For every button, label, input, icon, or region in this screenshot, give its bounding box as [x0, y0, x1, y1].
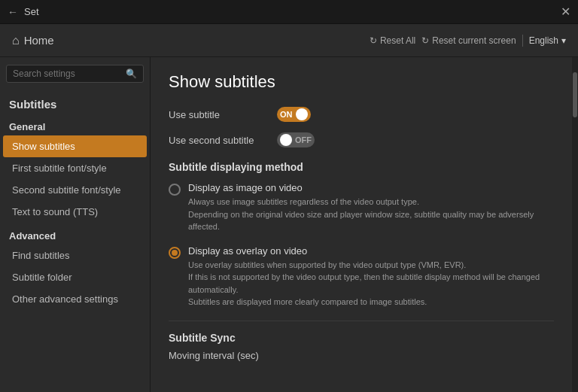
scrollbar-thumb[interactable]	[573, 72, 577, 117]
use-second-subtitle-label: Use second subtitle	[169, 135, 266, 146]
sidebar: 🔍 Subtitles General Show subtitles First…	[0, 57, 151, 392]
search-input[interactable]	[13, 68, 126, 79]
sidebar-item-subtitle-folder[interactable]: Subtitle folder	[0, 266, 150, 288]
nav-divider	[522, 35, 523, 47]
toggle-on-text: ON	[280, 110, 293, 119]
sidebar-item-other-advanced[interactable]: Other advanced settings	[0, 288, 150, 310]
sidebar-item-first-subtitle-font[interactable]: First subtitle font/style	[0, 157, 150, 179]
sidebar-item-show-subtitles[interactable]: Show subtitles	[3, 135, 147, 157]
sidebar-category-general: General	[0, 114, 150, 135]
title-bar: ← Set ✕	[0, 0, 578, 24]
close-button[interactable]: ✕	[561, 5, 570, 19]
home-icon: ⌂	[12, 34, 20, 47]
sidebar-section-title: Subtitles	[0, 90, 150, 114]
window-title: Set	[24, 6, 39, 17]
toggle-knob-second	[280, 134, 292, 146]
use-subtitle-row: Use subtitle ON	[169, 107, 554, 122]
top-nav-actions: ↻ Reset All ↻ Reset current screen Engli…	[370, 35, 566, 47]
language-label: English	[529, 35, 558, 46]
main-layout: 🔍 Subtitles General Show subtitles First…	[0, 57, 578, 392]
sidebar-item-second-subtitle-font[interactable]: Second subtitle font/style	[0, 179, 150, 201]
back-button[interactable]: ←	[8, 6, 18, 18]
search-box[interactable]: 🔍	[6, 65, 144, 83]
radio-image-button[interactable]	[169, 184, 181, 196]
sidebar-item-text-to-sound[interactable]: Text to sound (TTS)	[0, 201, 150, 223]
top-nav: ⌂ Home ↻ Reset All ↻ Reset current scree…	[0, 24, 578, 57]
page-title: Show subtitles	[169, 72, 554, 92]
reset-all-label: Reset All	[380, 35, 415, 46]
chevron-down-icon: ▾	[561, 35, 566, 46]
use-subtitle-toggle[interactable]: ON	[277, 107, 311, 122]
sidebar-item-find-subtitles[interactable]: Find subtitles	[0, 245, 150, 266]
refresh-current-icon: ↻	[421, 35, 429, 46]
radio-image-option: Display as image on video Always use ima…	[169, 182, 554, 233]
home-label: Home	[24, 34, 54, 47]
use-subtitle-label: Use subtitle	[169, 109, 266, 120]
radio-overlay-desc: Use overlay subtitles when supported by …	[188, 259, 554, 308]
refresh-icon: ↻	[370, 35, 377, 46]
use-second-subtitle-toggle[interactable]: OFF	[277, 132, 315, 147]
toggle-off-text: OFF	[295, 135, 312, 144]
reset-current-button[interactable]: ↻ Reset current screen	[421, 35, 516, 46]
radio-image-desc: Always use image subtitles regardless of…	[188, 196, 554, 233]
right-scrollbar[interactable]	[572, 57, 578, 392]
display-method-header: Subtitle displaying method	[169, 161, 554, 173]
radio-image-label: Display as image on video	[188, 182, 554, 193]
toggle-knob	[296, 108, 308, 120]
search-icon: 🔍	[126, 68, 137, 79]
home-nav[interactable]: ⌂ Home	[12, 34, 54, 47]
use-second-subtitle-row: Use second subtitle OFF	[169, 132, 554, 147]
radio-overlay-text: Display as overlay on video Use overlay …	[188, 245, 554, 308]
language-selector[interactable]: English ▾	[529, 35, 566, 46]
content-area: Show subtitles Use subtitle ON Use secon…	[151, 57, 572, 392]
reset-current-label: Reset current screen	[432, 35, 516, 46]
reset-all-button[interactable]: ↻ Reset All	[370, 35, 415, 46]
radio-overlay-option: Display as overlay on video Use overlay …	[169, 245, 554, 308]
title-bar-left: ← Set	[8, 6, 39, 18]
radio-overlay-button[interactable]	[169, 247, 181, 259]
radio-image-text: Display as image on video Always use ima…	[188, 182, 554, 233]
moving-interval-label: Moving interval (sec)	[169, 350, 554, 361]
subtitle-sync-header: Subtitle Sync	[169, 321, 554, 344]
radio-overlay-label: Display as overlay on video	[188, 245, 554, 257]
sidebar-category-advanced: Advanced	[0, 223, 150, 245]
